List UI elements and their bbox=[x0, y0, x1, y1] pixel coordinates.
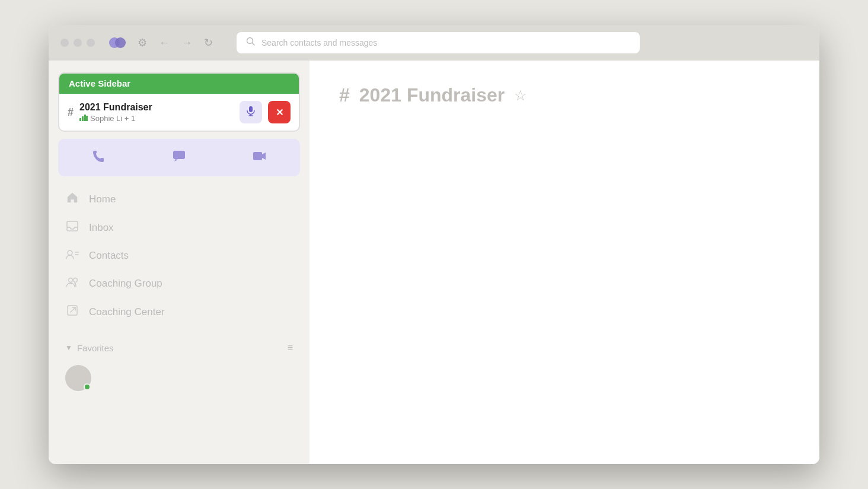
svg-rect-12 bbox=[253, 152, 262, 160]
signal-bars-icon bbox=[79, 114, 88, 123]
video-action-button[interactable] bbox=[219, 139, 300, 176]
svg-point-14 bbox=[68, 250, 72, 255]
sidebar-item-home[interactable]: Home bbox=[58, 186, 300, 212]
close-traffic-light[interactable] bbox=[60, 39, 69, 47]
main-panel: # 2021 Fundraiser ☆ bbox=[309, 61, 819, 464]
svg-rect-7 bbox=[86, 116, 88, 121]
online-indicator bbox=[84, 383, 91, 390]
message-action-button[interactable] bbox=[139, 139, 219, 176]
contacts-icon bbox=[65, 249, 79, 262]
svg-rect-4 bbox=[79, 118, 81, 121]
svg-point-1 bbox=[115, 37, 126, 48]
mic-button[interactable] bbox=[240, 101, 262, 123]
svg-point-18 bbox=[74, 278, 78, 282]
svg-line-3 bbox=[253, 43, 255, 46]
app-window: ⚙ ← → ↻ Search contacts and messages bbox=[49, 25, 819, 464]
sidebar-item-inbox-label: Inbox bbox=[89, 222, 114, 234]
titlebar: ⚙ ← → ↻ Search contacts and messages bbox=[49, 25, 819, 61]
inbox-icon bbox=[65, 221, 79, 234]
svg-rect-6 bbox=[84, 115, 86, 121]
video-icon bbox=[253, 151, 267, 164]
end-call-button[interactable]: ✕ bbox=[268, 101, 291, 123]
app-logo bbox=[107, 32, 128, 53]
fullscreen-traffic-light[interactable] bbox=[87, 39, 95, 47]
refresh-icon[interactable]: ↻ bbox=[204, 36, 213, 49]
active-call-row: # 2021 Fundraiser bbox=[59, 94, 299, 131]
favorites-section: ▼ Favorites ≡ bbox=[58, 338, 300, 358]
back-icon[interactable]: ← bbox=[159, 37, 170, 49]
main-content: Active Sidebar # 2021 Fundraiser bbox=[49, 61, 819, 464]
minimize-traffic-light[interactable] bbox=[74, 39, 82, 47]
sidebar-item-contacts[interactable]: Contacts bbox=[58, 243, 300, 268]
sidebar-item-coaching-group-label: Coaching Group bbox=[89, 278, 162, 290]
avatar-row bbox=[58, 360, 300, 396]
sidebar: Active Sidebar # 2021 Fundraiser bbox=[49, 61, 309, 464]
search-placeholder: Search contacts and messages bbox=[261, 38, 377, 47]
sidebar-item-coaching-center-label: Coaching Center bbox=[89, 306, 165, 318]
traffic-lights bbox=[60, 39, 95, 47]
close-icon: ✕ bbox=[276, 107, 283, 118]
svg-rect-8 bbox=[249, 106, 253, 112]
settings-icon[interactable]: ⚙ bbox=[138, 36, 147, 49]
forward-icon[interactable]: → bbox=[181, 37, 192, 49]
favorites-label: Favorites bbox=[77, 343, 283, 353]
message-icon bbox=[173, 150, 186, 165]
sidebar-item-coaching-group[interactable]: Coaching Group bbox=[58, 271, 300, 296]
sidebar-item-contacts-label: Contacts bbox=[89, 250, 129, 262]
sidebar-item-home-label: Home bbox=[89, 193, 116, 205]
call-info: 2021 Fundraiser Sophie Li + 1 bbox=[79, 102, 234, 123]
svg-rect-11 bbox=[173, 151, 185, 159]
phone-icon bbox=[92, 150, 105, 166]
active-sidebar-title: Active Sidebar bbox=[69, 78, 130, 88]
svg-point-17 bbox=[69, 278, 73, 282]
channel-title: # 2021 Fundraiser ☆ bbox=[339, 84, 790, 106]
favorite-star-icon[interactable]: ☆ bbox=[514, 87, 527, 104]
channel-hash-symbol: # bbox=[68, 106, 74, 119]
channel-title-hash: # bbox=[339, 84, 350, 106]
phone-action-button[interactable] bbox=[58, 139, 139, 176]
call-participants: Sophie Li + 1 bbox=[79, 114, 234, 123]
avatar[interactable] bbox=[65, 365, 91, 391]
search-icon bbox=[246, 37, 256, 49]
svg-rect-5 bbox=[82, 116, 84, 121]
coaching-group-icon bbox=[65, 277, 79, 290]
action-buttons bbox=[58, 139, 300, 176]
call-name: 2021 Fundraiser bbox=[79, 102, 234, 113]
coaching-center-icon bbox=[65, 304, 79, 319]
nav-divider bbox=[58, 330, 300, 331]
search-bar[interactable]: Search contacts and messages bbox=[237, 32, 640, 53]
favorites-arrow-icon[interactable]: ▼ bbox=[65, 344, 72, 352]
favorites-menu-icon[interactable]: ≡ bbox=[288, 342, 293, 353]
active-sidebar-card: Active Sidebar # 2021 Fundraiser bbox=[58, 72, 300, 132]
active-sidebar-header: Active Sidebar bbox=[59, 74, 299, 94]
sidebar-item-coaching-center[interactable]: Coaching Center bbox=[58, 299, 300, 325]
mic-icon bbox=[247, 106, 255, 119]
home-icon bbox=[65, 192, 79, 207]
sidebar-item-inbox[interactable]: Inbox bbox=[58, 215, 300, 240]
titlebar-controls: ⚙ ← → ↻ Search contacts and messages bbox=[138, 32, 808, 53]
channel-title-name: 2021 Fundraiser bbox=[359, 84, 505, 106]
participants-text: Sophie Li + 1 bbox=[90, 114, 135, 123]
